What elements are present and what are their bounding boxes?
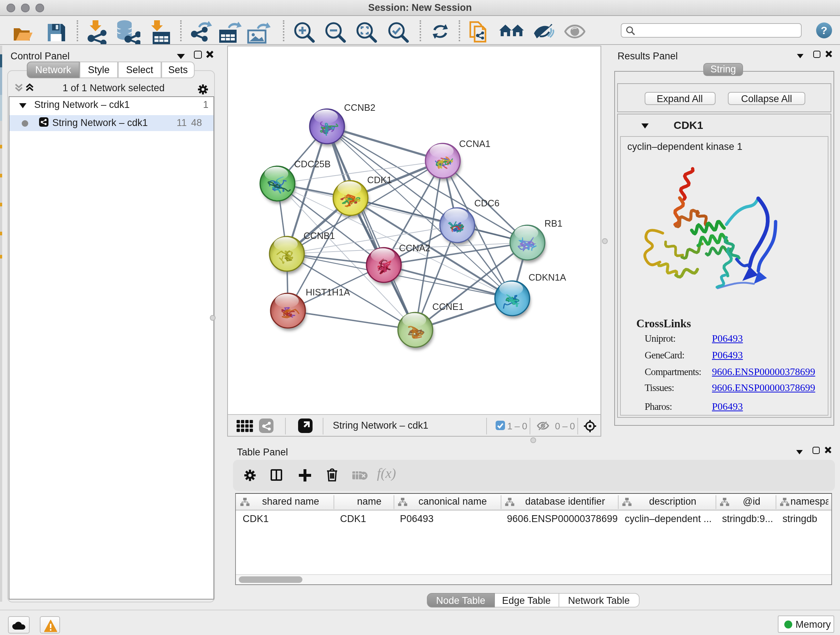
svg-text:CCNA2: CCNA2 [399,242,431,253]
svg-text:CDK1: CDK1 [367,174,392,185]
svg-text:CCNB2: CCNB2 [344,102,376,112]
svg-text:CDC6: CDC6 [474,198,500,208]
svg-text:CCNE1: CCNE1 [432,301,464,311]
svg-text:CDKN1A: CDKN1A [529,272,567,282]
svg-text:CCNB1: CCNB1 [303,230,335,241]
svg-text:CCNA1: CCNA1 [459,138,491,149]
svg-text:HIST1H1A: HIST1H1A [306,287,350,297]
svg-text:RB1: RB1 [545,218,562,228]
svg-text:CDC25B: CDC25B [294,158,331,169]
